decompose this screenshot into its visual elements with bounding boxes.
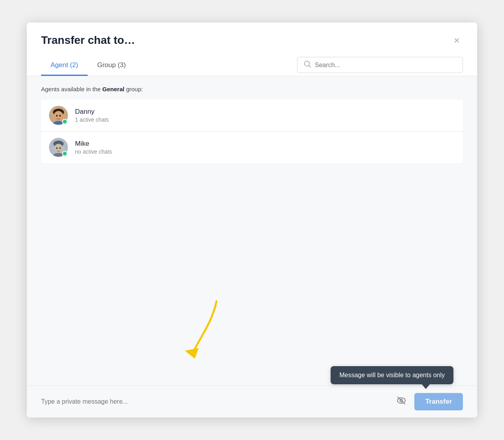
visibility-toggle-button[interactable]	[395, 394, 408, 410]
tooltip-text: Message will be visible to agents only	[339, 372, 445, 378]
search-input[interactable]	[315, 62, 456, 69]
tab-group[interactable]: Group (3)	[88, 54, 135, 76]
eye-off-icon	[396, 395, 406, 406]
avatar-danny	[49, 106, 68, 125]
avatar-mike	[49, 138, 68, 157]
modal-title: Transfer chat to…	[41, 34, 135, 47]
svg-point-7	[56, 115, 58, 117]
tabs-search-row: Agent (2) Group (3)	[27, 54, 477, 76]
agent-info-danny: Danny 1 active chats	[75, 108, 455, 123]
svg-point-13	[62, 147, 64, 150]
agent-status-danny: 1 active chats	[75, 117, 455, 123]
modal-footer: Message will be visible to agents only T…	[27, 385, 477, 417]
svg-point-15	[59, 147, 61, 149]
close-button[interactable]: ×	[451, 34, 463, 47]
tooltip-arrow	[422, 384, 430, 389]
search-box	[297, 57, 463, 73]
svg-point-4	[54, 111, 63, 121]
agent-name-mike: Mike	[75, 140, 455, 148]
transfer-chat-modal: Transfer chat to… × Agent (2) Group (3)	[27, 23, 477, 417]
svg-point-6	[62, 115, 64, 118]
online-indicator-danny	[62, 119, 68, 124]
svg-point-11	[54, 144, 63, 153]
svg-point-5	[53, 115, 55, 118]
agents-area: Agents available in the General group:	[27, 76, 477, 385]
agent-info-mike: Mike no active chats	[75, 140, 455, 155]
tooltip-wrap: Message will be visible to agents only	[331, 366, 453, 389]
modal-body: Agent (2) Group (3) Agents available	[27, 54, 477, 385]
agent-name-danny: Danny	[75, 108, 455, 116]
tab-agent[interactable]: Agent (2)	[41, 54, 88, 76]
agents-group-label: Agents available in the General group:	[41, 86, 463, 92]
agent-item-mike[interactable]: Mike no active chats	[41, 132, 463, 163]
tooltip-box: Message will be visible to agents only	[331, 366, 453, 384]
svg-point-14	[56, 147, 58, 149]
modal-header: Transfer chat to… ×	[27, 23, 477, 54]
svg-line-1	[309, 66, 310, 67]
agent-status-mike: no active chats	[75, 149, 455, 155]
svg-point-12	[53, 147, 55, 150]
agent-item-danny[interactable]: Danny 1 active chats	[41, 100, 463, 132]
transfer-button[interactable]: Transfer	[414, 393, 463, 410]
search-icon	[304, 60, 311, 70]
online-indicator-mike	[62, 151, 68, 156]
tab-bar: Agent (2) Group (3)	[41, 54, 135, 76]
svg-point-8	[59, 115, 61, 117]
agent-list: Danny 1 active chats	[41, 100, 463, 163]
private-message-input[interactable]	[41, 398, 388, 405]
